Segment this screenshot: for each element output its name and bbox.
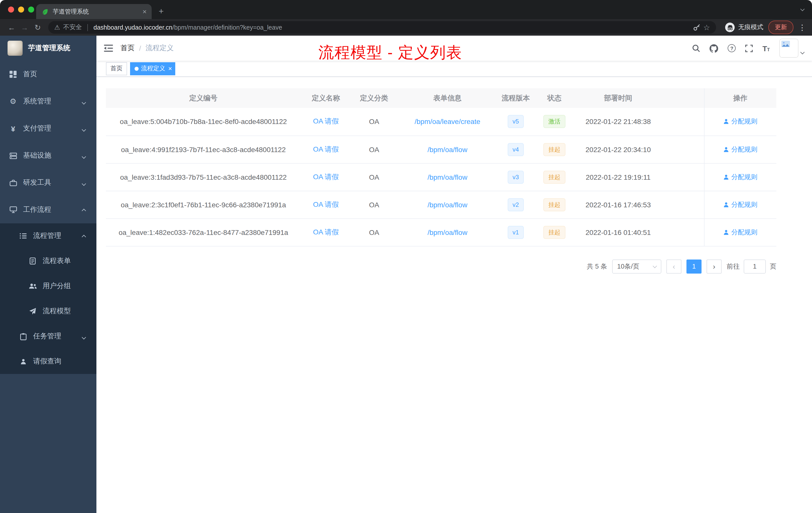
tag-process-definition[interactable]: 流程定义 × <box>130 62 175 75</box>
cell-category: OA <box>351 163 397 191</box>
sidebar-item-process-management[interactable]: 流程管理 <box>0 223 96 248</box>
prev-page-button[interactable]: ‹ <box>666 259 682 273</box>
sidebar-item-task-management[interactable]: 任务管理 <box>0 324 96 349</box>
user-icon <box>723 119 729 125</box>
incognito-spy-icon <box>725 23 735 32</box>
sidebar-item-leave-query[interactable]: 请假查询 <box>0 349 96 374</box>
sidebar-item-process-form[interactable]: 流程表单 <box>0 248 96 274</box>
form-link[interactable]: /bpm/oa/flow <box>428 145 467 153</box>
next-page-button[interactable]: › <box>706 259 722 273</box>
sidebar-item-dev-tools[interactable]: 研发工具 <box>0 169 96 196</box>
user-avatar-menu[interactable] <box>779 39 804 58</box>
bookmark-star-icon[interactable]: ☆ <box>703 23 710 32</box>
assign-rule-button[interactable]: 分配规则 <box>723 117 757 126</box>
status-badge: 激活 <box>543 115 566 128</box>
pagination-total: 共 5 条 <box>587 262 607 271</box>
paper-plane-icon <box>29 308 37 315</box>
hamburger-icon[interactable] <box>96 44 120 52</box>
form-link[interactable]: /bpm/oa/flow <box>428 228 467 236</box>
chevron-down-icon <box>82 97 85 105</box>
cell-deploy-time: 2022-01-22 21:48:38 <box>575 108 661 135</box>
window-close-button[interactable] <box>8 6 14 12</box>
browser-menu-button[interactable]: ⋮ <box>799 23 806 32</box>
sidebar-item-system[interactable]: ⚙ 系统管理 <box>0 88 96 115</box>
window-zoom-button[interactable] <box>28 6 34 12</box>
assign-rule-button[interactable]: 分配规则 <box>723 200 757 209</box>
annotation-overlay: 流程模型 - 定义列表 <box>318 42 462 63</box>
assign-rule-button[interactable]: 分配规则 <box>723 228 757 237</box>
status-badge: 挂起 <box>543 143 566 156</box>
version-badge: v2 <box>508 198 524 211</box>
url-domain: dashboard.yudao.iocoder.cn <box>93 24 172 31</box>
sidebar-item-label: 流程模型 <box>43 307 71 316</box>
main-area: 首页 / 流程定义 ? TT <box>96 36 812 513</box>
assign-rule-button[interactable]: 分配规则 <box>723 173 757 181</box>
definition-name-link[interactable]: OA 请假 <box>313 228 339 236</box>
avatar <box>779 39 799 58</box>
form-link[interactable]: /bpm/oa/leave/create <box>414 118 480 126</box>
tag-close-icon[interactable]: × <box>168 65 172 72</box>
forward-button[interactable]: → <box>18 24 31 31</box>
version-badge: v1 <box>508 225 524 239</box>
url-text: dashboard.yudao.iocoder.cn/bpm/manager/d… <box>93 24 690 31</box>
tab-search-button[interactable] <box>801 3 804 12</box>
url-path: /bpm/manager/definition?key=oa_leave <box>172 24 282 31</box>
sidebar-item-workflow[interactable]: 工作流程 <box>0 196 96 223</box>
assign-rule-button[interactable]: 分配规则 <box>723 145 757 154</box>
tag-home[interactable]: 首页 <box>106 62 127 75</box>
header-actions: ? TT <box>692 39 812 58</box>
sidebar-item-label: 任务管理 <box>33 332 61 341</box>
current-page-button[interactable]: 1 <box>687 259 701 273</box>
browser-tab[interactable]: 芋道管理系统 × <box>36 4 152 19</box>
table-row: oa_leave:5:004b710b-7b8a-11ec-8ef0-acde4… <box>106 108 776 135</box>
cell-id: oa_leave:2:3c1f0ef1-76b1-11ec-9c66-a2380… <box>106 191 301 218</box>
form-link[interactable]: /bpm/oa/flow <box>428 201 467 209</box>
cell-deploy-time: 2022-01-22 20:34:10 <box>575 135 661 163</box>
cell-category: OA <box>351 218 397 246</box>
password-key-icon[interactable] <box>693 24 700 31</box>
breadcrumb-home[interactable]: 首页 <box>120 44 135 53</box>
goto-page-input[interactable] <box>744 259 766 273</box>
sidebar-item-user-group[interactable]: 用户分组 <box>0 274 96 299</box>
browser-toolbar: ← → ↻ ⚠ 不安全 dashboard.yudao.iocoder.cn/b… <box>0 19 812 36</box>
user-icon <box>723 202 729 208</box>
cell-category: OA <box>351 108 397 135</box>
sidebar-item-infrastructure[interactable]: 基础设施 <box>0 142 96 169</box>
sidebar-item-home[interactable]: 首页 <box>0 61 96 88</box>
screenshot-root: 芋道管理系统 × + ← → ↻ ⚠ 不安全 dashboard.yudao.i… <box>0 0 812 513</box>
new-tab-button[interactable]: + <box>159 7 164 16</box>
address-bar[interactable]: ⚠ 不安全 dashboard.yudao.iocoder.cn/bpm/man… <box>48 21 716 34</box>
goto-page: 前往 页 <box>727 259 776 273</box>
search-icon[interactable] <box>692 44 700 52</box>
definition-name-link[interactable]: OA 请假 <box>313 173 339 180</box>
sidebar-item-label: 首页 <box>23 70 37 79</box>
definition-name-link[interactable]: OA 请假 <box>313 200 339 208</box>
window-minimize-button[interactable] <box>18 6 24 12</box>
toolbox-icon <box>9 179 17 186</box>
page-size-select[interactable]: 10条/页 <box>612 259 661 273</box>
fullscreen-icon[interactable] <box>746 44 753 52</box>
sidebar-item-process-model[interactable]: 流程模型 <box>0 299 96 324</box>
font-size-icon[interactable]: TT <box>762 44 770 52</box>
column-header-name: 定义名称 <box>301 88 351 108</box>
github-icon[interactable] <box>710 44 718 53</box>
tab-close-icon[interactable]: × <box>143 8 147 15</box>
reload-button[interactable]: ↻ <box>31 24 44 31</box>
status-badge: 挂起 <box>543 171 566 183</box>
logo-title: 芋道管理系统 <box>28 44 70 53</box>
version-badge: v5 <box>508 115 524 128</box>
update-button[interactable]: 更新 <box>768 21 793 34</box>
security-warning-icon[interactable]: ⚠ <box>54 24 60 31</box>
column-header-id: 定义编号 <box>106 88 301 108</box>
chevron-up-icon <box>82 206 85 214</box>
user-icon <box>723 229 729 235</box>
form-link[interactable]: /bpm/oa/flow <box>428 173 467 181</box>
column-header-deploy-time: 部署时间 <box>575 88 661 108</box>
sidebar-logo[interactable]: 芋道管理系统 <box>0 36 96 61</box>
definition-name-link[interactable]: OA 请假 <box>313 117 339 125</box>
back-button[interactable]: ← <box>5 24 18 31</box>
help-icon[interactable]: ? <box>728 44 736 52</box>
definition-name-link[interactable]: OA 请假 <box>313 145 339 153</box>
sidebar-item-payment[interactable]: ¥ 支付管理 <box>0 115 96 142</box>
goto-label: 前往 <box>727 262 740 271</box>
